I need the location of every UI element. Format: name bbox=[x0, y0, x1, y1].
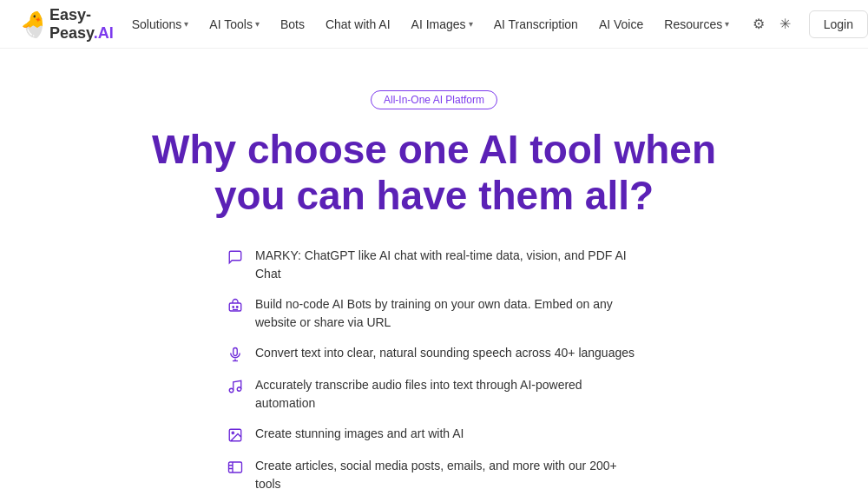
platform-badge: All-In-One AI Platform bbox=[371, 90, 497, 109]
feature-text: Create articles, social media posts, ema… bbox=[255, 457, 642, 489]
svg-point-9 bbox=[232, 432, 233, 433]
nav-bots[interactable]: Bots bbox=[272, 12, 313, 36]
nav-ai-images[interactable]: AI Images ▾ bbox=[403, 12, 482, 36]
svg-rect-3 bbox=[233, 347, 238, 355]
svg-rect-10 bbox=[229, 462, 242, 472]
chevron-icon: ▾ bbox=[184, 19, 188, 29]
feature-item: Build no-code AI Bots by training on you… bbox=[226, 295, 642, 332]
feature-text: MARKY: ChatGPT like AI chat with real-ti… bbox=[255, 247, 642, 283]
logo-icon: 🐣 bbox=[21, 9, 43, 40]
transcribe-icon bbox=[226, 377, 245, 396]
feature-text: Accurately transcribe audio files into t… bbox=[255, 376, 642, 413]
chat-icon bbox=[226, 248, 245, 267]
nav-solutions[interactable]: Solutions ▾ bbox=[123, 12, 198, 36]
nav-ai-transcription[interactable]: AI Transcription bbox=[485, 12, 587, 36]
feature-text: Convert text into clear, natural soundin… bbox=[255, 344, 635, 362]
login-button[interactable]: Login bbox=[809, 10, 868, 38]
feature-item: Accurately transcribe audio files into t… bbox=[226, 376, 642, 413]
theme-icon[interactable]: ✳ bbox=[775, 12, 795, 36]
nav-links: Solutions ▾ AI Tools ▾ Bots Chat with AI… bbox=[123, 12, 738, 36]
logo[interactable]: 🐣 Easy-Peasy.AI bbox=[21, 6, 123, 43]
svg-point-2 bbox=[237, 307, 239, 308]
nav-icons: ⚙ ✳ Login Sign up bbox=[748, 4, 868, 44]
nav-chat-with-ai[interactable]: Chat with AI bbox=[317, 12, 399, 36]
feature-item: MARKY: ChatGPT like AI chat with real-ti… bbox=[226, 247, 642, 283]
svg-point-7 bbox=[237, 387, 241, 392]
feature-text: Create stunning images and art with AI bbox=[255, 425, 464, 443]
chevron-icon: ▾ bbox=[469, 19, 473, 29]
nav-ai-tools[interactable]: AI Tools ▾ bbox=[201, 12, 268, 36]
logo-text: Easy-Peasy.AI bbox=[49, 6, 123, 43]
hero-title: Why choose one AI tool when you can have… bbox=[139, 127, 729, 219]
mic-icon bbox=[226, 345, 245, 364]
tools-icon bbox=[226, 458, 245, 477]
nav-ai-voice[interactable]: AI Voice bbox=[590, 12, 652, 36]
image-icon bbox=[226, 426, 245, 445]
chevron-icon: ▾ bbox=[255, 19, 260, 29]
feature-item: Convert text into clear, natural soundin… bbox=[226, 344, 642, 364]
bot-icon bbox=[226, 296, 245, 315]
feature-text: Build no-code AI Bots by training on you… bbox=[255, 295, 642, 332]
hero-section: All-In-One AI Platform Why choose one AI… bbox=[0, 49, 868, 489]
settings-icon[interactable]: ⚙ bbox=[748, 12, 768, 36]
nav-resources[interactable]: Resources ▾ bbox=[655, 12, 738, 36]
feature-item: Create articles, social media posts, ema… bbox=[226, 457, 642, 489]
navbar: 🐣 Easy-Peasy.AI Solutions ▾ AI Tools ▾ B… bbox=[0, 0, 868, 49]
features-list: MARKY: ChatGPT like AI chat with real-ti… bbox=[226, 247, 642, 489]
svg-point-6 bbox=[229, 388, 233, 393]
feature-item: Create stunning images and art with AI bbox=[226, 425, 642, 445]
chevron-icon: ▾ bbox=[725, 19, 729, 29]
svg-point-1 bbox=[233, 307, 234, 308]
